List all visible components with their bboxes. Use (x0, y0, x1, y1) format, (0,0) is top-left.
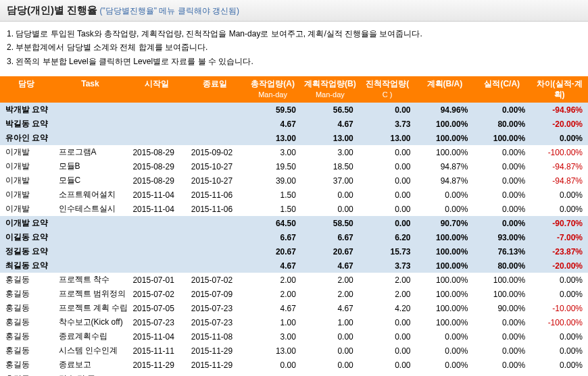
cell-diff: 0.00% (531, 344, 588, 358)
table-row[interactable]: 유아인 요약13.0013.0013.00100.00%100.00%0.00% (0, 131, 588, 145)
cell-diff: 0.00% (531, 131, 588, 145)
cell-task (53, 117, 128, 131)
cell-actual-ratio: 76.13% (473, 244, 531, 259)
page-title: 담당(개인)별 진행율 (7, 4, 97, 16)
cell-actual-ratio: 100.00% (473, 131, 531, 145)
table-row[interactable]: 이개발 요약64.5058.500.0090.70%0.00%-90.70% (0, 216, 588, 230)
column-header[interactable]: Task (53, 76, 128, 103)
cell-start: 2015-11-04 (127, 202, 185, 216)
column-header[interactable]: 계획작업량(B)Man-day (301, 76, 359, 103)
note-line: 2. 부분합계에서 담당별 소계와 전체 합계를 보여줍니다. (7, 41, 581, 54)
cell-start: 2015-08-29 (127, 159, 185, 173)
table-row[interactable]: 이개발모듈B2015-08-292015-10-2719.5018.500.00… (0, 159, 588, 173)
table-row[interactable]: 홍길동프로젝트 계획 수립2015-07-052015-07-234.674.6… (0, 301, 588, 315)
table-row[interactable]: 정길동 요약20.6720.6715.73100.00%76.13%-23.87… (0, 244, 588, 259)
cell-name: 유아인 요약 (0, 131, 53, 145)
column-header[interactable]: 종료일 (186, 76, 244, 103)
cell-end (186, 259, 244, 273)
note-line: 1. 담당별로 투입된 Task와 총작업량, 계획작업량, 진척작업을 Man… (7, 27, 581, 41)
cell-plan-ratio: 0.00% (416, 344, 474, 358)
table-row[interactable]: 박개발 요약59.5056.500.0094.96%0.00%-94.96% (0, 103, 588, 117)
table-row[interactable]: 홍길동시스템 인수인계2015-11-112015-11-2913.000.00… (0, 344, 588, 358)
cell-progress-c: 2.00 (359, 287, 416, 301)
column-header[interactable]: 실적(C/A) (473, 76, 531, 103)
cell-progress-c: 0.00 (359, 188, 416, 202)
cell-actual-ratio: 0.00% (473, 216, 531, 230)
cell-start (127, 230, 185, 244)
cell-name: 홍길동 (0, 329, 53, 344)
table-row[interactable]: 홍길동프로젝트 범위정의2015-07-022015-07-092.002.00… (0, 287, 588, 301)
cell-plan-ratio: 0.00% (416, 372, 474, 376)
cell-end (186, 216, 244, 230)
cell-start: 2015-08-29 (127, 173, 185, 188)
column-header[interactable]: 시작일 (127, 76, 185, 103)
cell-task: 인수테스트실시 (53, 202, 128, 216)
cell-name: 박개발 요약 (0, 103, 53, 117)
cell-plan-b: 2.00 (301, 287, 359, 301)
note-line: 3. 왼쪽의 부분합 Level을 클릭하면 Level별로 자료를 볼 수 있… (7, 55, 581, 68)
cell-end (186, 230, 244, 244)
cell-plan-b: 4.67 (301, 117, 359, 131)
cell-name: 이개발 (0, 173, 53, 188)
table-row[interactable]: 홍길동착수보고(Kick off)2015-07-232015-07-231.0… (0, 315, 588, 329)
cell-plan-b: 4.67 (301, 301, 359, 315)
cell-plan-ratio: 100.00% (416, 259, 474, 273)
cell-diff: -23.87% (531, 244, 588, 259)
cell-plan-ratio: 100.00% (416, 244, 474, 259)
cell-end (186, 244, 244, 259)
cell-total-a: 4.67 (244, 117, 301, 131)
cell-plan-ratio: 100.00% (416, 117, 474, 131)
cell-start: 2015-11-04 (127, 329, 185, 344)
table-row[interactable]: 홍길동종료계획수립2015-11-042015-11-083.000.000.0… (0, 329, 588, 344)
cell-progress-c: 3.73 (359, 117, 416, 131)
table-row[interactable]: 이개발소프트웨어설치2015-11-042015-11-061.500.000.… (0, 188, 588, 202)
cell-name: 이길동 요약 (0, 230, 53, 244)
cell-diff: -94.96% (531, 103, 588, 117)
cell-plan-b: 0.00 (301, 372, 359, 376)
table-row[interactable]: 홍길동프로젝트 착수2015-07-012015-07-022.002.002.… (0, 273, 588, 287)
cell-end: 2015-11-06 (186, 188, 244, 202)
cell-plan-b: 2.00 (301, 273, 359, 287)
cell-total-a: 1.00 (244, 315, 301, 329)
cell-actual-ratio: 0.00% (473, 329, 531, 344)
table-row[interactable]: 이길동 요약6.676.676.20100.00%93.00%-7.00% (0, 230, 588, 244)
table-row[interactable]: 박길동 요약4.674.673.73100.00%80.00%-20.00% (0, 117, 588, 131)
cell-diff: 0.00% (531, 202, 588, 216)
table-row[interactable]: 최길동 요약4.674.673.73100.00%80.00%-20.00% (0, 259, 588, 273)
cell-actual-ratio: 0.00% (473, 372, 531, 376)
progress-table: 담당Task시작일종료일총작업량(A)Man-day계획작업량(B)Man-da… (0, 76, 588, 376)
column-header[interactable]: 진척작업량(C ) (359, 76, 416, 103)
cell-start (127, 244, 185, 259)
cell-name: 홍길동 (0, 273, 53, 287)
cell-actual-ratio: 100.00% (473, 273, 531, 287)
cell-progress-c: 4.20 (359, 301, 416, 315)
cell-task: 프로젝트 계획 수립 (53, 301, 128, 315)
cell-end: 2015-07-09 (186, 287, 244, 301)
cell-total-a: 6.67 (244, 230, 301, 244)
table-row[interactable]: 홍길동검수 및 종료2015-11-292015-11-290.000.000.… (0, 372, 588, 376)
cell-actual-ratio: 0.00% (473, 103, 531, 117)
cell-actual-ratio: 0.00% (473, 358, 531, 372)
cell-task: 모듈C (53, 173, 128, 188)
table-row[interactable]: 이개발프로그램A2015-08-292015-09-023.003.000.00… (0, 145, 588, 159)
cell-start (127, 259, 185, 273)
column-header[interactable]: 차이(실적-계획) (531, 76, 588, 103)
column-subheader: Man-day (245, 90, 300, 99)
cell-plan-ratio: 0.00% (416, 329, 474, 344)
cell-plan-b: 3.00 (301, 145, 359, 159)
cell-progress-c: 0.00 (359, 329, 416, 344)
cell-progress-c: 0.00 (359, 103, 416, 117)
column-header[interactable]: 계획(B/A) (416, 76, 474, 103)
cell-plan-b: 1.00 (301, 315, 359, 329)
cell-task (53, 216, 128, 230)
cell-plan-b: 37.00 (301, 173, 359, 188)
cell-start: 2015-07-05 (127, 301, 185, 315)
column-header[interactable]: 총작업량(A)Man-day (244, 76, 301, 103)
cell-diff: -7.00% (531, 230, 588, 244)
table-row[interactable]: 홍길동종료보고2015-11-292015-11-290.000.000.000… (0, 358, 588, 372)
column-header[interactable]: 담당 (0, 76, 53, 103)
table-row[interactable]: 이개발인수테스트실시2015-11-042015-11-061.500.000.… (0, 202, 588, 216)
table-row[interactable]: 이개발모듈C2015-08-292015-10-2739.0037.000.00… (0, 173, 588, 188)
cell-actual-ratio: 93.00% (473, 230, 531, 244)
cell-plan-ratio: 100.00% (416, 315, 474, 329)
